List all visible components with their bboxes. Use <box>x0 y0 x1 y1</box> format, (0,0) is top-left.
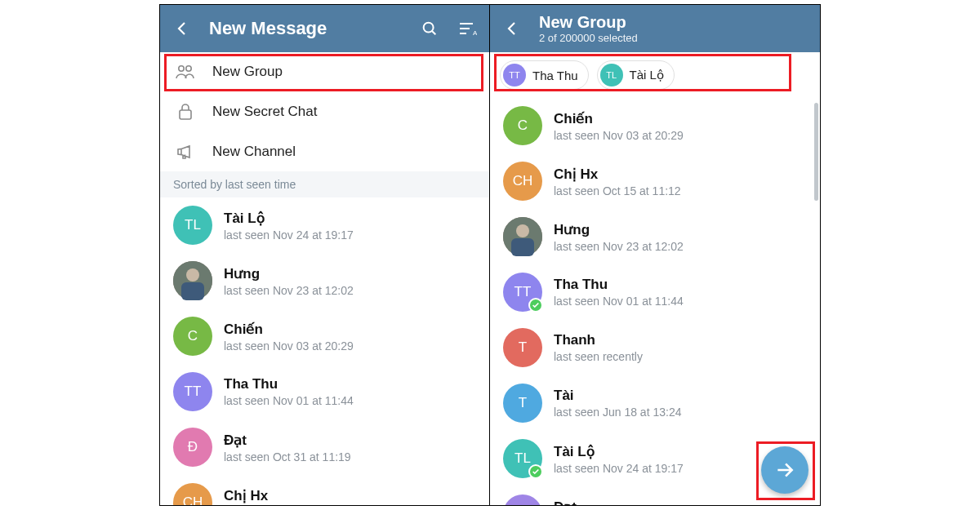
contact-status: last seen Nov 03 at 20:29 <box>554 129 684 142</box>
avatar: TL <box>503 439 542 478</box>
appbar: New Message A <box>160 5 489 52</box>
selected-chip[interactable]: TT Tha Thu <box>500 60 589 90</box>
contact-name: Chị Hx <box>224 487 351 504</box>
contact-name: Chị Hx <box>554 166 681 183</box>
lock-icon <box>175 103 196 121</box>
megaphone-icon <box>175 144 196 160</box>
svg-rect-10 <box>511 238 534 256</box>
avatar: CH <box>503 162 542 201</box>
contact-row[interactable]: C Chiến last seen Nov 03 at 20:29 <box>490 98 820 153</box>
contact-row[interactable]: C Chiến last seen Nov 03 at 20:29 <box>160 308 489 364</box>
contact-status: last seen Nov 23 at 12:02 <box>224 284 354 297</box>
svg-point-0 <box>424 23 434 33</box>
avatar: CH <box>173 483 212 505</box>
avatar: TT <box>173 372 212 411</box>
selected-check-icon <box>528 298 543 313</box>
contact-name: Chiến <box>224 321 354 338</box>
contact-status: last seen Nov 01 at 11:44 <box>224 394 354 407</box>
contact-name: Tài <box>554 388 681 404</box>
avatar: TT <box>503 273 542 312</box>
contact-status: last seen Nov 24 at 19:17 <box>554 462 684 475</box>
contact-name: Đạt <box>224 432 351 449</box>
selected-chip[interactable]: TL Tài Lộ <box>597 60 675 90</box>
contact-name: Tha Thu <box>224 376 354 392</box>
contact-status: last seen Nov 01 at 11:44 <box>554 295 684 308</box>
contact-row[interactable]: Đ Đạt last seen Oct 31 at 11:19 <box>160 419 489 475</box>
contact-row[interactable]: Hưng last seen Nov 23 at 12:02 <box>490 209 820 264</box>
contact-name: Tha Thu <box>554 277 684 293</box>
avatar <box>503 217 542 256</box>
contact-name: Hưng <box>224 265 354 282</box>
avatar: C <box>503 106 542 145</box>
avatar: TT <box>503 64 526 86</box>
contact-name: Đạt <box>554 499 681 506</box>
contact-status: last seen recently <box>554 350 643 363</box>
contact-status: last seen Oct 15 at 11:12 <box>554 184 681 197</box>
menu-new-channel[interactable]: New Channel <box>160 132 489 171</box>
svg-text:A: A <box>473 29 477 37</box>
svg-rect-4 <box>180 110 191 119</box>
contact-row[interactable]: CH Chị Hx last seen Oct 15 at 11:12 <box>490 153 820 209</box>
avatar: Đ <box>173 428 212 467</box>
contact-row[interactable]: TT Tha Thu last seen Nov 01 at 11:44 <box>160 364 489 419</box>
contact-list[interactable]: TL Tài Lộ last seen Nov 24 at 19:17 Hưng… <box>160 197 489 505</box>
menu-new-group[interactable]: New Group <box>160 52 489 91</box>
menu-label: New Secret Chat <box>212 104 318 120</box>
selected-chips: TT Tha Thu TL Tài Lộ <box>490 52 820 98</box>
avatar: Đ <box>503 494 542 505</box>
avatar <box>173 261 212 300</box>
contact-status: last seen Nov 23 at 12:02 <box>554 240 684 253</box>
svg-rect-7 <box>181 282 204 300</box>
selected-check-icon <box>528 464 543 479</box>
next-fab[interactable] <box>761 446 808 494</box>
contact-name: Thanh <box>554 332 643 348</box>
contact-status: last seen Oct 31 at 11:19 <box>224 450 351 463</box>
contact-row[interactable]: T Tài last seen Jun 18 at 13:24 <box>490 375 820 431</box>
selection-count: 2 of 200000 selected <box>539 32 808 44</box>
contact-row[interactable]: TT Tha Thu last seen Nov 01 at 11:44 <box>490 264 820 320</box>
new-message-screen: New Message A New Group New Secret Chat <box>160 5 490 505</box>
contact-status: last seen Jun 18 at 13:24 <box>554 406 681 419</box>
page-title: New Message <box>209 18 403 39</box>
avatar: TL <box>600 64 623 86</box>
sort-caption: Sorted by last seen time <box>160 171 489 197</box>
avatar: T <box>503 328 542 367</box>
contact-status: last seen Nov 24 at 19:17 <box>224 228 354 242</box>
menu-label: New Group <box>212 64 283 80</box>
avatar: T <box>503 384 542 423</box>
chip-label: Tài Lộ <box>630 68 664 82</box>
avatar: C <box>173 317 212 356</box>
appbar: New Group 2 of 200000 selected <box>490 5 820 52</box>
contact-row[interactable]: T Thanh last seen recently <box>490 320 820 375</box>
svg-point-3 <box>186 66 191 71</box>
screenshot-pair: New Message A New Group New Secret Chat <box>159 4 821 506</box>
svg-point-9 <box>516 224 529 237</box>
contact-status: last seen Nov 03 at 20:29 <box>224 339 354 353</box>
group-icon <box>175 64 196 80</box>
sort-icon[interactable]: A <box>457 18 478 39</box>
menu-label: New Channel <box>212 144 296 160</box>
menu-new-secret-chat[interactable]: New Secret Chat <box>160 91 489 132</box>
avatar: TL <box>173 206 212 245</box>
contact-name: Hưng <box>554 221 684 238</box>
svg-point-2 <box>179 66 184 71</box>
back-icon[interactable] <box>172 18 193 39</box>
chip-label: Tha Thu <box>532 69 578 82</box>
contact-name: Tài Lộ <box>224 210 354 227</box>
back-icon[interactable] <box>501 18 523 39</box>
new-group-screen: New Group 2 of 200000 selected TT Tha Th… <box>490 5 820 505</box>
contact-name: Tài Lộ <box>554 443 684 460</box>
svg-point-6 <box>186 268 199 282</box>
search-icon[interactable] <box>419 18 440 39</box>
contact-name: Chiến <box>554 110 684 127</box>
contact-row[interactable]: Hưng last seen Nov 23 at 12:02 <box>160 253 489 308</box>
contact-row[interactable]: CH Chị Hx last seen Oct 15 at 11:12 <box>160 475 489 505</box>
contact-row[interactable]: TL Tài Lộ last seen Nov 24 at 19:17 <box>160 197 489 253</box>
scrollbar[interactable] <box>814 103 818 201</box>
contact-list[interactable]: C Chiến last seen Nov 03 at 20:29 CH Chị… <box>490 98 820 505</box>
page-title: New Group <box>539 13 808 32</box>
